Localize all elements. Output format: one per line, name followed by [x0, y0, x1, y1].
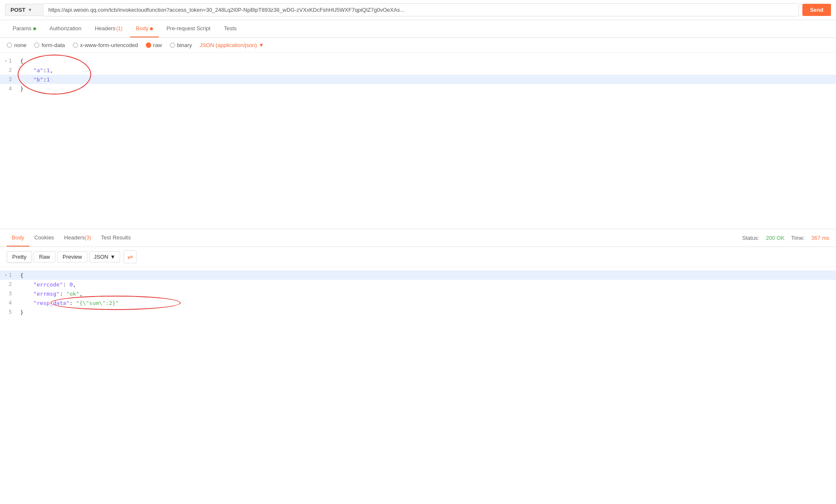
json-dropdown-chevron-icon: ▼	[258, 42, 264, 48]
response-format-bar: Pretty Raw Preview JSON ▼ ⇌	[0, 247, 836, 267]
tab-tests[interactable]: Tests	[218, 20, 242, 37]
option-form-data[interactable]: form-data	[34, 42, 65, 48]
tab-headers[interactable]: Headers(1)	[89, 20, 129, 37]
format-pretty-button[interactable]: Pretty	[7, 251, 32, 262]
request-line-4: 4 }	[0, 84, 836, 93]
url-bar: POST ▼ Send	[0, 0, 836, 20]
headers-badge: (1)	[116, 26, 123, 32]
method-label: POST	[11, 7, 25, 13]
option-binary[interactable]: binary	[170, 42, 192, 48]
request-body-editor[interactable]: ▾ 1 { 2 "a":1, 3 "b":1 4 }	[0, 53, 836, 229]
response-tab-body[interactable]: Body	[7, 229, 29, 247]
response-collapse-arrow-icon[interactable]: ▾	[5, 273, 7, 277]
format-preview-button[interactable]: Preview	[57, 251, 87, 262]
radio-raw	[146, 42, 151, 48]
response-line-5: 5 }	[0, 307, 836, 317]
response-line-3: 3 "errmsg": "ok",	[0, 289, 836, 298]
option-none[interactable]: none	[7, 42, 26, 48]
method-select[interactable]: POST ▼	[5, 4, 43, 16]
body-dot	[150, 27, 153, 30]
wrap-icon[interactable]: ⇌	[124, 250, 137, 263]
response-tab-headers[interactable]: Headers(3)	[59, 229, 96, 247]
tab-body[interactable]: Body	[130, 20, 159, 37]
response-line-1: ▾ 1 {	[0, 270, 836, 280]
format-raw-button[interactable]: Raw	[34, 251, 55, 262]
request-line-3: 3 "b":1	[0, 75, 836, 84]
option-urlencoded[interactable]: x-www-form-urlencoded	[73, 42, 138, 48]
request-line-2: 2 "a":1,	[0, 66, 836, 75]
response-tab-test-results[interactable]: Test Results	[96, 229, 136, 247]
send-button[interactable]: Send	[802, 4, 831, 16]
request-tabs-bar: Params Authorization Headers(1) Body Pre…	[0, 20, 836, 38]
radio-none	[7, 42, 12, 48]
collapse-arrow-icon[interactable]: ▾	[5, 59, 7, 63]
response-tabs-bar: Body Cookies Headers(3) Test Results Sta…	[0, 229, 836, 247]
radio-binary	[170, 42, 175, 48]
radio-form-data	[34, 42, 39, 48]
option-raw[interactable]: raw	[146, 42, 162, 48]
response-line-2: 2 "errcode": 0,	[0, 280, 836, 289]
response-line-4: 4 "resp_data": "{\"sum\":2}"	[0, 298, 836, 307]
request-line-1: ▾ 1 {	[0, 56, 836, 66]
body-options-bar: none form-data x-www-form-urlencoded raw…	[0, 38, 836, 53]
response-section: Body Cookies Headers(3) Test Results Sta…	[0, 229, 836, 320]
format-type-dropdown[interactable]: JSON ▼	[89, 251, 120, 262]
request-code-lines: ▾ 1 { 2 "a":1, 3 "b":1 4 }	[0, 53, 836, 97]
response-status-info: Status: 200 OK Time: 367 ms	[742, 235, 829, 241]
url-input[interactable]	[43, 3, 799, 16]
tab-authorization[interactable]: Authorization	[44, 20, 87, 37]
response-tab-cookies[interactable]: Cookies	[29, 229, 59, 247]
response-code-area: ▾ 1 { 2 "errcode": 0, 3 "errmsg": "ok", …	[0, 267, 836, 320]
response-headers-badge: (3)	[85, 235, 91, 241]
format-dropdown-chevron-icon: ▼	[110, 254, 116, 260]
radio-urlencoded	[73, 42, 78, 48]
tab-pre-request[interactable]: Pre-request Script	[160, 20, 216, 37]
tab-params[interactable]: Params	[7, 20, 42, 37]
json-type-dropdown[interactable]: JSON (application/json) ▼	[200, 42, 264, 48]
method-chevron-icon: ▼	[28, 8, 32, 12]
params-dot	[33, 27, 36, 30]
